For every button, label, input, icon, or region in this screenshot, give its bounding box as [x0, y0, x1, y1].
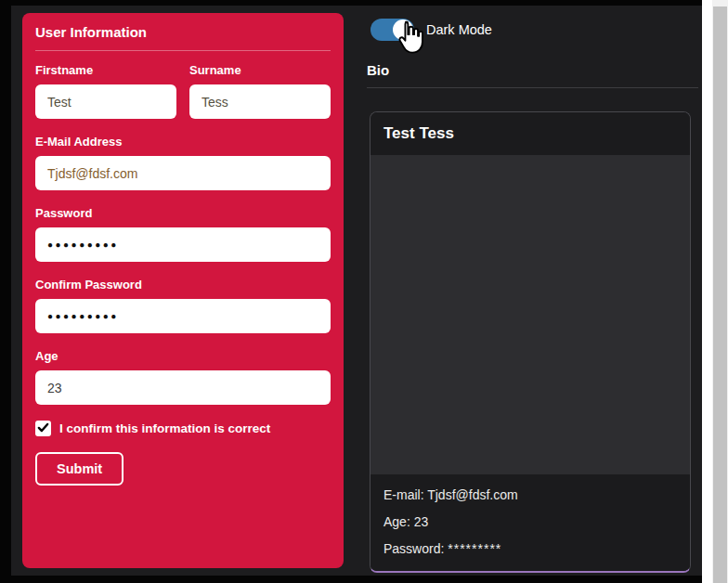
password-label: Password — [35, 206, 331, 220]
confirm-checkbox[interactable] — [35, 421, 51, 436]
scrollbar-thumb[interactable] — [713, 6, 727, 583]
form-title: User Information — [35, 24, 331, 51]
bio-heading: Bio — [367, 62, 698, 88]
confirm-password-input[interactable] — [35, 299, 331, 333]
confirm-checkbox-label: I confirm this information is correct — [59, 421, 270, 435]
bio-card: Test Tess E-mail: Tjdsf@fdsf.com Age: 23… — [370, 111, 691, 573]
firstname-input[interactable] — [35, 84, 176, 119]
firstname-label: Firstname — [35, 63, 176, 77]
right-panel: Dark Mode Bio Test Tess E-mail: Tjdsf@fd… — [367, 13, 698, 573]
age-label: Age — [35, 349, 331, 363]
bio-card-body — [370, 155, 690, 474]
bio-card-title: Test Tess — [370, 112, 690, 155]
toggle-knob-icon — [393, 19, 413, 40]
confirm-checkbox-row: I confirm this information is correct — [35, 421, 331, 436]
bio-card-footer: E-mail: Tjdsf@fdsf.com Age: 23 Password:… — [370, 474, 690, 571]
firstname-field-group: Firstname — [35, 63, 176, 119]
password-field-group: Password — [35, 206, 331, 262]
user-information-card: User Information Firstname Surname E-Mai… — [22, 13, 344, 568]
confirm-password-label: Confirm Password — [35, 278, 331, 292]
email-label: E-Mail Address — [35, 135, 331, 149]
email-field-group: E-Mail Address — [35, 135, 331, 190]
app-background: User Information Firstname Surname E-Mai… — [11, 6, 702, 576]
window-frame: User Information Firstname Surname E-Mai… — [0, 0, 702, 583]
dark-mode-toggle[interactable] — [370, 19, 414, 41]
bio-email-line: E-mail: Tjdsf@fdsf.com — [384, 487, 677, 502]
check-icon — [37, 421, 49, 436]
confirm-password-field-group: Confirm Password — [35, 278, 331, 333]
dark-mode-row: Dark Mode — [370, 19, 698, 41]
age-field-group: Age — [35, 349, 331, 405]
password-input[interactable] — [35, 227, 331, 262]
surname-input[interactable] — [189, 84, 331, 119]
submit-button[interactable]: Submit — [35, 452, 124, 486]
scrollbar-track[interactable] — [712, 0, 728, 583]
age-input[interactable] — [35, 370, 331, 405]
surname-label: Surname — [189, 63, 331, 77]
surname-field-group: Surname — [189, 63, 331, 119]
email-input[interactable] — [35, 156, 331, 190]
dark-mode-label: Dark Mode — [426, 22, 492, 37]
bio-age-line: Age: 23 — [384, 514, 677, 529]
bio-password-line: Password: ********* — [384, 541, 677, 556]
